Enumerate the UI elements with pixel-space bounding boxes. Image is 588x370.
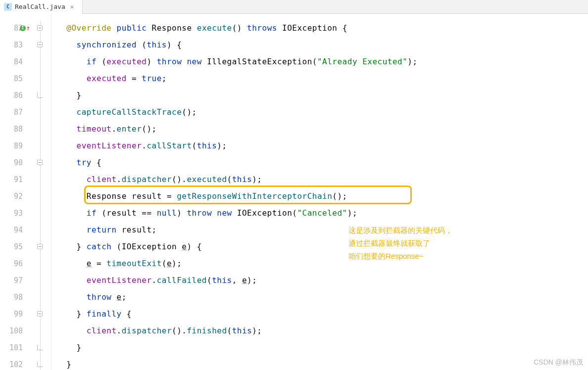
code-line: } <box>51 87 588 104</box>
override-marker[interactable]: I ↑ <box>20 20 30 37</box>
code-line: throw e; <box>51 289 588 306</box>
line-number: 90 <box>0 154 30 171</box>
watermark: CSDN @林伟茂 <box>534 358 583 367</box>
line-number: 95 <box>0 238 30 255</box>
code-line: executed = true; <box>51 70 588 87</box>
line-number: 91 <box>0 171 30 188</box>
line-number: 82 I ↑ <box>0 20 30 37</box>
code-line: captureCallStackTrace(); <box>51 104 588 121</box>
line-number: 86 <box>0 87 30 104</box>
close-icon[interactable]: × <box>70 4 76 10</box>
fold-end[interactable] <box>37 362 43 367</box>
code-area[interactable]: @Override public Response execute() thro… <box>51 14 588 370</box>
file-tab[interactable]: C RealCall.java × <box>0 0 83 14</box>
line-number: 98 <box>0 289 30 306</box>
tab-bar: C RealCall.java × <box>0 0 588 14</box>
code-line: return result; <box>51 222 588 238</box>
line-number: 88 <box>0 121 30 138</box>
code-line: } catch (IOException e) { <box>51 238 588 255</box>
line-number: 89 <box>0 138 30 154</box>
line-number-gutter: 82 I ↑ 83 84 85 86 87 88 89 90 91 92 93 … <box>0 14 30 370</box>
line-number: 83 <box>0 37 30 53</box>
code-line: eventListener.callStart(this); <box>51 138 588 154</box>
line-number: 97 <box>0 272 30 289</box>
code-line: client.dispatcher().executed(this); <box>51 171 588 188</box>
code-editor: 82 I ↑ 83 84 85 86 87 88 89 90 91 92 93 … <box>0 14 588 370</box>
code-line: Response result = getResponseWithInterce… <box>51 188 588 205</box>
code-line: } finally { <box>51 306 588 323</box>
line-number: 92 <box>0 188 30 205</box>
line-number: 85 <box>0 70 30 87</box>
fold-toggle[interactable] <box>37 42 43 47</box>
code-line: } <box>51 339 588 356</box>
fold-toggle[interactable] <box>37 25 43 31</box>
fold-toggle[interactable] <box>37 311 43 317</box>
line-number: 94 <box>0 222 30 238</box>
line-number: 102 <box>0 356 30 370</box>
line-number: 93 <box>0 205 30 222</box>
code-line: client.dispatcher().finished(this); <box>51 323 588 339</box>
code-line: if (executed) throw new IllegalStateExce… <box>51 53 588 70</box>
line-number: 96 <box>0 255 30 272</box>
code-line: } <box>51 356 588 370</box>
tab-filename: RealCall.java <box>15 3 65 10</box>
code-line: timeout.enter(); <box>51 121 588 138</box>
line-number: 101 <box>0 339 30 356</box>
code-line: @Override public Response execute() thro… <box>51 20 588 37</box>
line-number: 99 <box>0 306 30 323</box>
code-line: synchronized (this) { <box>51 37 588 53</box>
code-line: if (result == null) throw new IOExceptio… <box>51 205 588 222</box>
annotation-note: 这是涉及到拦截器的关键代码， 通过拦截器最终就获取了 咱们想要的Response… <box>348 224 452 263</box>
line-number: 87 <box>0 104 30 121</box>
fold-toggle[interactable] <box>37 160 43 165</box>
code-line: e = timeoutExit(e); <box>51 255 588 272</box>
code-line: try { <box>51 154 588 171</box>
class-icon: C <box>4 3 12 11</box>
fold-end[interactable] <box>37 345 43 350</box>
line-number: 100 <box>0 323 30 339</box>
fold-toggle[interactable] <box>37 244 43 249</box>
fold-gutter <box>30 14 51 370</box>
code-line: eventListener.callFailed(this, e); <box>51 272 588 289</box>
override-icon: I <box>20 25 26 31</box>
fold-end[interactable] <box>37 92 43 98</box>
line-number: 84 <box>0 53 30 70</box>
